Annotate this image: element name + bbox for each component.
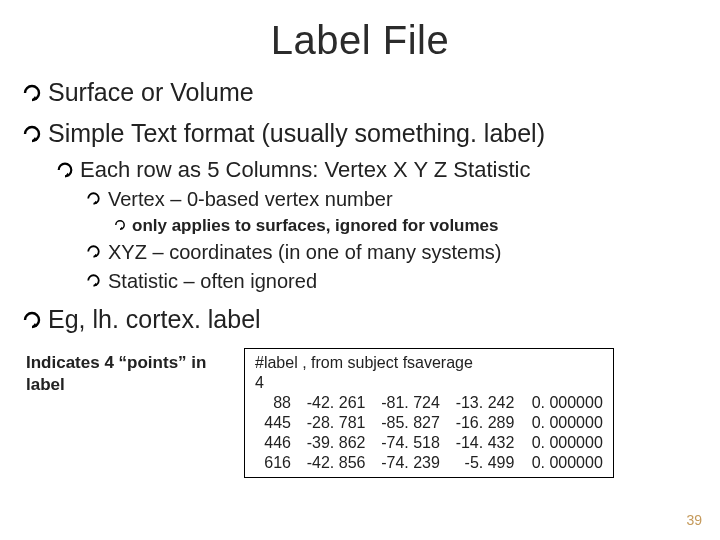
- bullet-statistic: Statistic – often ignored: [86, 269, 698, 294]
- cell-vtx: 446: [255, 433, 291, 453]
- bullet-text: XYZ – coordinates (in one of many system…: [108, 241, 502, 263]
- bullet-example: Eg, lh. cortex. label: [22, 304, 698, 335]
- file-row: 445 -28. 781 -85. 827 -16. 289 0. 000000: [255, 413, 603, 433]
- bullet-text: only applies to surfaces, ignored for vo…: [132, 216, 499, 235]
- bullet-xyz: XYZ – coordinates (in one of many system…: [86, 240, 698, 265]
- bullet-vertex-note: only applies to surfaces, ignored for vo…: [114, 215, 698, 236]
- bullet-columns: Each row as 5 Columns: Vertex X Y Z Stat…: [56, 156, 698, 295]
- bullet-surface-or-volume: Surface or Volume: [22, 77, 698, 108]
- file-count: 4: [255, 373, 603, 393]
- cell-z: -5. 499: [444, 453, 514, 473]
- cell-vtx: 616: [255, 453, 291, 473]
- slide-title: Label File: [22, 18, 698, 63]
- page-number: 39: [686, 512, 702, 528]
- slide: Label File Surface or Volume Simple Text…: [0, 0, 720, 540]
- example-caption: Indicates 4 “points” in label: [26, 348, 226, 396]
- cell-vtx: 445: [255, 413, 291, 433]
- cell-z: -13. 242: [444, 393, 514, 413]
- bullet-text: Simple Text format (usually something. l…: [48, 119, 545, 147]
- bullet-text: Each row as 5 Columns: Vertex X Y Z Stat…: [80, 157, 530, 182]
- bullet-text-format: Simple Text format (usually something. l…: [22, 118, 698, 294]
- bullet-text: Surface or Volume: [48, 78, 254, 106]
- cell-stat: 0. 000000: [519, 413, 603, 433]
- bullet-vertex: Vertex – 0-based vertex number only appl…: [86, 187, 698, 236]
- cell-z: -14. 432: [444, 433, 514, 453]
- cell-x: -42. 856: [295, 453, 365, 473]
- cell-x: -39. 862: [295, 433, 365, 453]
- cell-y: -81. 724: [370, 393, 440, 413]
- cell-z: -16. 289: [444, 413, 514, 433]
- cell-y: -74. 518: [370, 433, 440, 453]
- file-header: #label , from subject fsaverage: [255, 353, 603, 373]
- file-row: 616 -42. 856 -74. 239 -5. 499 0. 000000: [255, 453, 603, 473]
- bullet-text: Eg, lh. cortex. label: [48, 305, 261, 333]
- cell-stat: 0. 000000: [519, 393, 603, 413]
- cell-x: -42. 261: [295, 393, 365, 413]
- bullet-text: Statistic – often ignored: [108, 270, 317, 292]
- example-row: Indicates 4 “points” in label #label , f…: [26, 348, 698, 478]
- cell-stat: 0. 000000: [519, 453, 603, 473]
- bullet-text: Vertex – 0-based vertex number: [108, 188, 393, 210]
- label-file-box: #label , from subject fsaverage 4 88 -42…: [244, 348, 614, 478]
- file-row: 88 -42. 261 -81. 724 -13. 242 0. 000000: [255, 393, 603, 413]
- cell-y: -74. 239: [370, 453, 440, 473]
- cell-x: -28. 781: [295, 413, 365, 433]
- bullet-list: Surface or Volume Simple Text format (us…: [22, 77, 698, 336]
- cell-vtx: 88: [255, 393, 291, 413]
- cell-y: -85. 827: [370, 413, 440, 433]
- cell-stat: 0. 000000: [519, 433, 603, 453]
- file-row: 446 -39. 862 -74. 518 -14. 432 0. 000000: [255, 433, 603, 453]
